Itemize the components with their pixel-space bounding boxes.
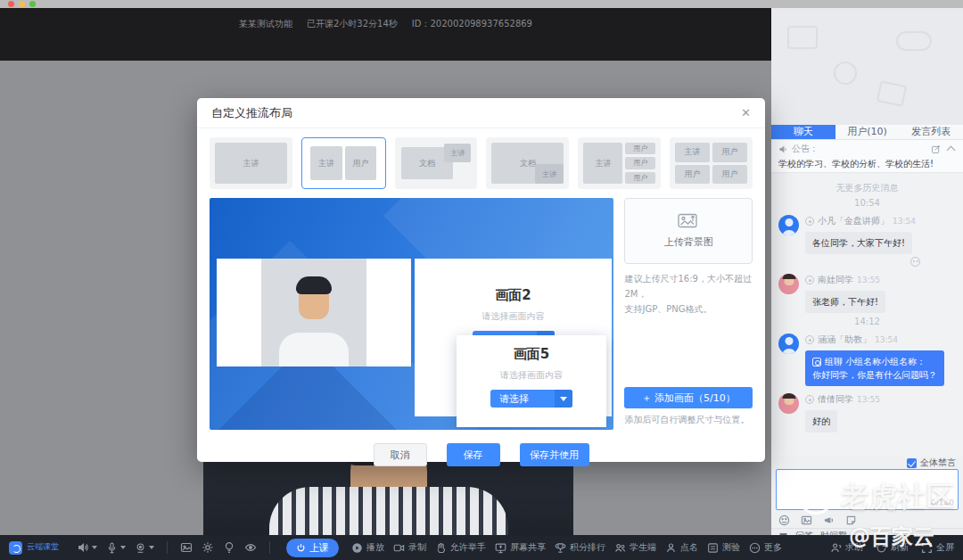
start-class-button[interactable]: 上课 — [286, 539, 339, 557]
close-icon[interactable]: ✕ — [741, 106, 751, 119]
avatar — [778, 393, 799, 414]
message-bubble: 各位同学，大家下午好! — [805, 232, 912, 254]
chat-message: 涵涵「助教」 13:54 组聊 小组名称小组名称： 你好同学，你是有什么问题吗？ — [778, 334, 956, 386]
window-titlebar — [0, 0, 963, 8]
sidebar-tabs: 聊天 用户(10) 发言列表 — [771, 125, 963, 140]
settings-gear-icon[interactable] — [202, 541, 214, 554]
announce-icon[interactable] — [823, 515, 835, 526]
avatar — [778, 334, 799, 354]
visibility-eye-icon[interactable] — [244, 541, 257, 554]
brand-watermark: @百家云 — [849, 523, 934, 551]
time-divider: 10:54 — [778, 198, 956, 208]
toolbar-item-student-client[interactable]: 学生端 — [614, 541, 656, 554]
chevron-down-icon — [149, 546, 154, 549]
panel-hint: 请选择画面内容 — [482, 310, 545, 323]
upload-hint: 建议上传尺寸16:9，大小不超过2M， 支持JGP、PNG格式。 — [624, 271, 753, 317]
toolbar-item-quiz[interactable]: 测验 — [707, 541, 740, 554]
community-watermark: 老虎社区 — [798, 478, 955, 515]
message-bubble: 张老师，下午好! — [805, 291, 885, 313]
member-badge-icon — [805, 276, 814, 284]
mute-all-label: 全体禁言 — [920, 457, 956, 469]
add-screen-button[interactable]: ＋ 添加画面（5/10） — [624, 387, 753, 408]
toolbar-item-play[interactable]: 播放 — [351, 541, 384, 554]
speaker-button[interactable] — [77, 541, 97, 554]
cancel-button[interactable]: 取消 — [374, 443, 427, 466]
tab-chat[interactable]: 聊天 — [771, 125, 835, 139]
class-info-bar: 某某测试功能 已开课2小时32分14秒 ID：20200209893765286… — [0, 8, 771, 61]
layout-template-5[interactable]: 主讲 用户 用户 用户 — [578, 137, 661, 189]
students-icon — [614, 542, 626, 554]
chat-message: 南娃同学 13:55 张老师，下午好! — [778, 274, 956, 313]
image-icon[interactable] — [801, 515, 812, 526]
speaker-icon — [77, 541, 89, 554]
lightbulb-icon[interactable] — [223, 541, 235, 554]
class-id: ID：202002098937652869 — [412, 18, 532, 61]
panel-presenter-video[interactable] — [217, 259, 411, 366]
camera-icon — [135, 542, 146, 554]
screen-share-icon — [495, 542, 506, 554]
chat-message: 倩倩同学 13:55 好的 — [778, 393, 956, 432]
custom-stream-layout-dialog: 自定义推流布局 ✕ 主讲 主讲 用户 文档 主讲 文档 主讲 主讲 用户 用户 — [197, 98, 765, 462]
zoom-window-button[interactable] — [29, 1, 36, 7]
content-select-dropdown[interactable]: 请选择 — [490, 390, 572, 408]
mute-all-row: 全体禁言 — [907, 457, 956, 469]
hand-icon — [435, 542, 447, 554]
add-screen-hint: 添加后可自行调整尺寸与位置。 — [624, 414, 753, 426]
more-dots-icon — [749, 542, 761, 554]
layout-template-6[interactable]: 主讲 用户 用户 用户 — [670, 137, 753, 189]
toolbar-item-roll-call[interactable]: 点名 — [665, 541, 698, 554]
tab-users[interactable]: 用户(10) — [835, 125, 900, 139]
tab-speaker-list[interactable]: 发言列表 — [899, 125, 963, 139]
app-logo-text: 云端课堂 — [27, 543, 61, 552]
quiz-card-icon — [707, 542, 719, 554]
layout-template-3[interactable]: 文档 主讲 — [395, 137, 478, 189]
upload-background-button[interactable]: 上传背景图 — [624, 198, 753, 264]
layout-template-4[interactable]: 文档 主讲 — [486, 137, 569, 189]
trophy-icon — [555, 542, 566, 554]
bottom-toolbar: 云端课堂 上课 播放 录制 允许举手 屏幕共享 积分排行 — [0, 535, 963, 560]
layout-template-2-selected[interactable]: 主讲 用户 — [301, 137, 386, 189]
save-button[interactable]: 保存 — [447, 443, 500, 466]
play-icon — [351, 542, 363, 554]
presenter-photo — [261, 259, 366, 366]
chevron-down-icon — [92, 546, 97, 549]
microphone-button[interactable] — [106, 542, 126, 554]
announcement-panel: 公告： 学校的学习、学校的分析、学校的生活! — [771, 140, 963, 173]
doodle-shape — [787, 26, 818, 49]
layout-template-row: 主讲 主讲 用户 文档 主讲 文档 主讲 主讲 用户 用户 用户 — [197, 128, 765, 196]
media-panel-icon[interactable] — [180, 541, 193, 554]
message-bubble: 组聊 小组名称小组名称： 你好同学，你是有什么问题吗？ — [805, 350, 944, 386]
message-bubble: 好的 — [805, 410, 837, 432]
toolbar-item-screen-share[interactable]: 屏幕共享 — [495, 541, 546, 554]
member-badge-icon — [805, 395, 814, 404]
doodle-shape — [896, 31, 932, 51]
divider — [167, 541, 168, 554]
save-and-use-button[interactable]: 保存并使用 — [520, 443, 589, 466]
camera-button[interactable] — [135, 542, 154, 554]
toolbar-item-more[interactable]: 更多 — [749, 541, 782, 554]
toolbar-item-record[interactable]: 录制 — [393, 541, 426, 554]
announcement-edit-icon[interactable] — [931, 144, 941, 154]
panel-screen5[interactable]: 画面5 请选择画面内容 请选择 — [457, 335, 606, 427]
app-logo-group: 云端课堂 — [9, 541, 61, 555]
emoji-icon[interactable] — [778, 515, 790, 526]
close-window-button[interactable] — [8, 1, 14, 7]
panel-title: 画面2 — [495, 287, 531, 304]
member-badge-icon — [805, 335, 814, 344]
mute-all-checkbox[interactable] — [907, 458, 917, 468]
remote-video-placeholder — [771, 8, 963, 125]
presenter-striped-shirt — [269, 487, 508, 535]
layout-template-1[interactable]: 主讲 — [210, 137, 292, 189]
no-more-history: 无更多历史消息 — [778, 182, 956, 194]
announcement-collapse-icon[interactable] — [947, 145, 956, 154]
toolbar-item-score-ranking[interactable]: 积分排行 — [555, 541, 605, 554]
minimize-window-button[interactable] — [19, 1, 25, 7]
dialog-title: 自定义推流布局 — [211, 105, 292, 121]
toolbar-item-allow-raise-hand[interactable]: 允许举手 — [435, 541, 486, 554]
avatar — [778, 274, 799, 294]
announcement-label: 公告： — [792, 143, 927, 155]
chevron-down-icon — [120, 546, 126, 549]
help-person-icon — [830, 542, 842, 554]
power-icon — [296, 543, 306, 553]
doodle-shape — [834, 62, 857, 85]
